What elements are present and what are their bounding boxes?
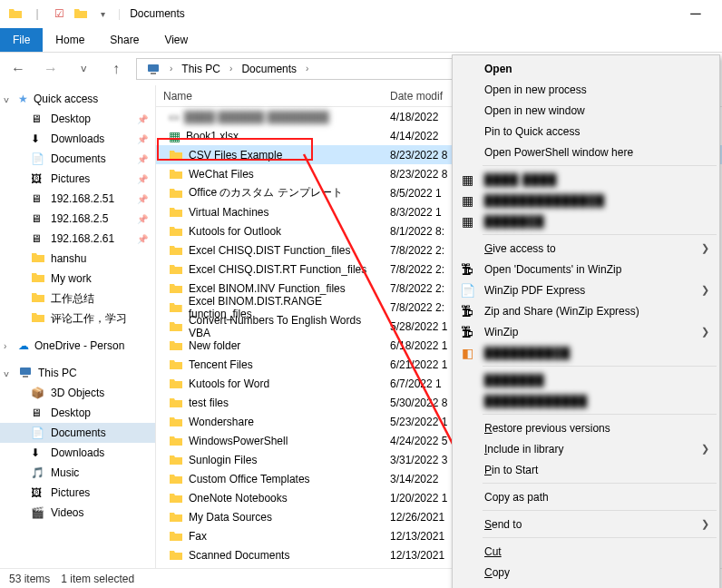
chevron-right-icon[interactable]: › bbox=[228, 64, 234, 74]
ctx-cut[interactable]: Cut bbox=[454, 541, 718, 562]
ctx-item-blurred[interactable]: ◧██████████ bbox=[454, 342, 718, 363]
app-icon: ◧ bbox=[459, 345, 475, 361]
file-name: WeChat Files bbox=[189, 168, 254, 181]
chevron-down-icon[interactable]: ⅴ bbox=[4, 368, 9, 378]
file-name: Kutools for Word bbox=[189, 377, 269, 390]
tab-view[interactable]: View bbox=[151, 28, 200, 52]
ctx-include-library[interactable]: Include in library bbox=[454, 438, 718, 459]
item-icon: 🖼 bbox=[31, 172, 45, 185]
minimize-button[interactable]: ─ bbox=[675, 0, 717, 27]
navpane-item[interactable]: 🖥Desktop bbox=[0, 403, 155, 423]
tab-home[interactable]: Home bbox=[43, 28, 97, 52]
folder-icon bbox=[169, 148, 183, 162]
ctx-open-winzip[interactable]: 🗜Open 'Documents' in WinZip bbox=[454, 259, 718, 279]
up-button[interactable]: ↑ bbox=[103, 56, 129, 82]
navpane-item-label: Documents bbox=[51, 426, 106, 439]
window-title: Documents bbox=[130, 7, 185, 20]
ctx-label: Send to bbox=[484, 518, 522, 531]
ctx-zip-share[interactable]: 🗜Zip and Share (WinZip Express) bbox=[454, 300, 718, 321]
file-name: Excel CHISQ.DIST.RT Function_files bbox=[189, 263, 366, 276]
file-name: test files bbox=[189, 397, 229, 409]
navpane-quick-access-label: Quick access bbox=[34, 93, 98, 105]
ctx-open[interactable]: Open bbox=[454, 58, 718, 79]
tab-share[interactable]: Share bbox=[97, 28, 151, 52]
tab-file[interactable]: File bbox=[0, 28, 43, 52]
ctx-open-new-window[interactable]: Open in new window bbox=[454, 100, 718, 121]
navpane-item[interactable]: 📄Documents bbox=[0, 149, 155, 169]
breadcrumb-documents[interactable]: Documents bbox=[236, 61, 302, 77]
ctx-open-new-process[interactable]: Open in new process bbox=[454, 79, 718, 100]
ctx-paste[interactable]: Paste bbox=[454, 583, 718, 588]
cloud-icon: ☁ bbox=[18, 339, 29, 352]
folder-icon bbox=[169, 510, 183, 524]
navpane-thispc[interactable]: ⅴ This PC bbox=[0, 363, 155, 383]
navpane-item[interactable]: 📦3D Objects bbox=[0, 383, 155, 403]
navpane-item[interactable]: 🖥192.168.2.61 bbox=[0, 229, 155, 249]
breadcrumb-thispc[interactable]: This PC bbox=[176, 61, 226, 77]
pdf-icon: 📄 bbox=[459, 282, 475, 299]
ctx-send-to[interactable]: Send to bbox=[454, 514, 718, 534]
navpane-item-label: Downloads bbox=[51, 446, 104, 459]
ctx-winzip[interactable]: 🗜WinZip bbox=[454, 321, 718, 342]
navpane-item[interactable]: hanshu bbox=[0, 249, 155, 269]
properties-icon[interactable]: ☑ bbox=[49, 4, 69, 24]
folder-icon bbox=[169, 491, 183, 505]
navigation-pane[interactable]: ⅴ ★ Quick access 🖥Desktop⬇Downloads📄Docu… bbox=[0, 85, 156, 568]
navpane-quick-access[interactable]: ⅴ ★ Quick access bbox=[0, 89, 155, 109]
file-name: ████ ██████ ████████ bbox=[184, 111, 329, 123]
chevron-right-icon[interactable]: › bbox=[168, 64, 174, 74]
navpane-item-label: Pictures bbox=[51, 486, 90, 499]
ctx-item-blurred[interactable]: ▦███████ bbox=[454, 211, 718, 231]
chevron-right-icon[interactable]: › bbox=[4, 341, 6, 351]
ctx-give-access-to[interactable]: Give access to bbox=[454, 238, 718, 259]
navpane-item[interactable]: 🎬Videos bbox=[0, 503, 155, 523]
ctx-winzip-pdf[interactable]: 📄WinZip PDF Express bbox=[454, 279, 718, 300]
app-icon: ▦ bbox=[459, 172, 475, 188]
recent-locations-dropdown[interactable]: ⅴ bbox=[71, 56, 96, 82]
back-button[interactable]: ← bbox=[5, 56, 31, 82]
navpane-item[interactable]: 工作总结 bbox=[0, 289, 155, 309]
chevron-right-icon[interactable]: › bbox=[304, 64, 310, 74]
separator bbox=[483, 234, 717, 235]
ctx-open-label: Open bbox=[484, 63, 512, 75]
ctx-copy[interactable]: Copy bbox=[454, 562, 718, 583]
navpane-item[interactable]: 🖥192.168.2.51 bbox=[0, 189, 155, 209]
ctx-pin-quick-access[interactable]: Pin to Quick access bbox=[454, 121, 718, 142]
navpane-item[interactable]: 🖼Pictures bbox=[0, 169, 155, 189]
ctx-item-blurred[interactable]: ███████ bbox=[454, 369, 718, 390]
navpane-item[interactable]: 🖥192.168.2.5 bbox=[0, 209, 155, 229]
item-icon bbox=[31, 310, 45, 328]
navpane-item[interactable]: My work bbox=[0, 269, 155, 289]
ctx-pin-start[interactable]: Pin to Start bbox=[454, 459, 718, 480]
breadcrumb-pc-icon[interactable] bbox=[141, 60, 166, 78]
folder-icon bbox=[169, 434, 183, 448]
qat-dropdown-icon[interactable]: ▾ bbox=[93, 4, 112, 24]
item-icon: 🖥 bbox=[31, 192, 45, 205]
context-menu: Open Open in new process Open in new win… bbox=[452, 54, 720, 588]
ctx-label: Open in new process bbox=[484, 83, 587, 96]
ctx-item-blurred[interactable]: ▦████ ████ bbox=[454, 169, 718, 190]
navpane-item[interactable]: ⬇Downloads bbox=[0, 129, 155, 149]
ctx-item-blurred[interactable]: ████████████ bbox=[454, 390, 718, 411]
ctx-copy-as-path[interactable]: Copy as path bbox=[454, 486, 718, 507]
navpane-onedrive-label: OneDrive - Person bbox=[34, 339, 124, 352]
ctx-item-blurred[interactable]: ▦██████████████ bbox=[454, 190, 718, 211]
app-icon: ▦ bbox=[459, 213, 475, 230]
ctx-open-powershell[interactable]: Open PowerShell window here bbox=[454, 142, 718, 162]
navpane-item[interactable]: ⬇Downloads bbox=[0, 443, 155, 463]
svg-rect-1 bbox=[151, 73, 156, 74]
navpane-item[interactable]: 评论工作，学习 bbox=[0, 309, 155, 328]
folder-icon bbox=[169, 281, 183, 296]
navpane-item-label: My work bbox=[51, 272, 92, 285]
folder-icon bbox=[169, 453, 183, 467]
navpane-item[interactable]: 🎵Music bbox=[0, 463, 155, 483]
navpane-item[interactable]: 📄Documents bbox=[0, 423, 155, 443]
winzip-icon: 🗜 bbox=[459, 303, 475, 319]
column-name[interactable]: Name bbox=[156, 90, 385, 103]
navpane-onedrive[interactable]: › ☁ OneDrive - Person bbox=[0, 336, 155, 356]
navpane-item[interactable]: 🖥Desktop bbox=[0, 109, 155, 129]
chevron-down-icon[interactable]: ⅴ bbox=[4, 94, 9, 104]
forward-button[interactable]: → bbox=[38, 56, 63, 82]
ctx-restore-versions[interactable]: Restore previous versions bbox=[454, 417, 718, 438]
navpane-item[interactable]: 🖼Pictures bbox=[0, 483, 155, 503]
